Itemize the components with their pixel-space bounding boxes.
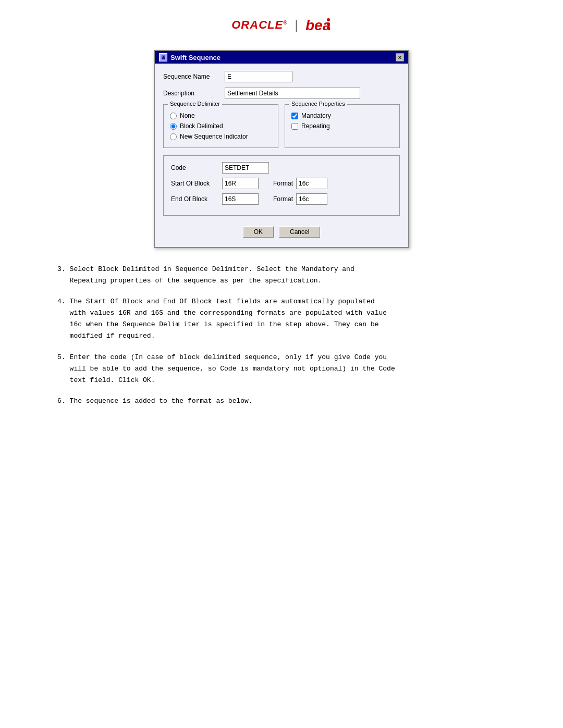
radio-none-row: None [170, 112, 272, 119]
dialog-title: Swift Sequence [170, 54, 221, 61]
checkbox-repeating[interactable] [291, 123, 298, 130]
radio-none-label: None [180, 112, 195, 119]
code-label: Code [171, 164, 218, 171]
sequence-properties-legend: Sequence Properties [289, 101, 347, 107]
end-of-block-row: End Of Block Format [171, 193, 392, 205]
checkbox-repeating-row: Repeating [291, 122, 393, 130]
radio-newseq-row: New Sequence Indicator [170, 133, 272, 140]
dialog-body: Sequence Name Description Sequence Delim… [155, 64, 408, 247]
instruction-item-4: 4. The Start Of Block and End Of Block t… [57, 296, 506, 342]
end-of-block-label: End Of Block [171, 195, 218, 203]
svg-point-2 [327, 22, 330, 26]
sequence-name-input[interactable] [225, 71, 292, 82]
checkbox-mandatory-row: Mandatory [291, 112, 393, 119]
start-of-block-row: Start Of Block Format [171, 178, 392, 189]
start-format-label: Format [273, 180, 293, 187]
swift-sequence-dialog: 🖥 Swift Sequence × Sequence Name Descrip… [154, 50, 409, 248]
ok-button[interactable]: OK [243, 226, 274, 238]
instruction-number-5: 5. [57, 352, 66, 386]
start-format-group: Format [273, 178, 327, 189]
radio-block-delimited[interactable] [170, 123, 177, 130]
instruction-number-3: 3. [57, 264, 66, 287]
end-format-group: Format [273, 193, 327, 205]
radio-block-delimited-label: Block Delimited [180, 122, 223, 130]
code-input[interactable] [222, 162, 269, 174]
bea-logo: bea [305, 16, 332, 34]
dialog-close-button[interactable]: × [396, 53, 404, 61]
end-format-input[interactable] [296, 193, 327, 205]
code-row: Code [171, 162, 392, 174]
radio-block-row: Block Delimited [170, 122, 272, 130]
checkbox-mandatory[interactable] [291, 113, 298, 119]
code-section: Code Start Of Block Format End Of Block … [163, 155, 400, 216]
description-input[interactable] [225, 88, 360, 99]
checkbox-mandatory-label: Mandatory [301, 112, 331, 119]
dialog-titlebar: 🖥 Swift Sequence × [155, 51, 408, 64]
instruction-number-6: 6. [57, 396, 66, 407]
sequence-name-label: Sequence Name [163, 73, 221, 80]
sequence-delimiter-legend: Sequence Delimiter [168, 101, 222, 107]
start-of-block-label: Start Of Block [171, 180, 218, 187]
svg-point-1 [327, 18, 330, 21]
radio-new-sequence-label: New Sequence Indicator [180, 133, 248, 140]
sequence-name-row: Sequence Name [163, 71, 400, 82]
svg-point-3 [327, 27, 330, 30]
end-format-label: Format [273, 195, 293, 203]
instruction-item-3: 3. Select Block Delimited in Sequence De… [57, 264, 506, 287]
radio-none[interactable] [170, 113, 177, 119]
start-format-input[interactable] [296, 178, 327, 189]
instruction-text-5: Enter the code (In case of block delimit… [70, 352, 395, 386]
end-of-block-input[interactable] [222, 193, 259, 205]
instruction-item-6: 6. The sequence is added to the format a… [57, 396, 506, 407]
svg-text:bea: bea [305, 17, 331, 33]
description-label: Description [163, 90, 221, 97]
checkbox-repeating-label: Repeating [301, 122, 330, 130]
separator: | [295, 18, 298, 32]
dialog-title-left: 🖥 Swift Sequence [159, 53, 221, 61]
instruction-text-4: The Start Of Block and End Of Block text… [70, 296, 387, 342]
dialog-buttons: OK Cancel [163, 223, 400, 240]
instruction-number-4: 4. [57, 296, 66, 342]
sequence-delimiter-group: Sequence Delimiter None Block Delimited … [163, 104, 278, 148]
instructions-section: 3. Select Block Delimited in Sequence De… [57, 264, 506, 407]
sequence-properties-group: Sequence Properties Mandatory Repeating [285, 104, 400, 148]
groups-row: Sequence Delimiter None Block Delimited … [163, 104, 400, 148]
instruction-text-3: Select Block Delimited in Sequence Delim… [70, 264, 354, 287]
logo-area: ORACLE® | bea [31, 16, 532, 34]
instruction-text-6: The sequence is added to the format as b… [70, 396, 253, 407]
cancel-button[interactable]: Cancel [279, 226, 320, 238]
oracle-logo: ORACLE® [231, 18, 287, 32]
radio-new-sequence[interactable] [170, 133, 177, 140]
start-of-block-input[interactable] [222, 178, 259, 189]
description-row: Description [163, 88, 400, 99]
instruction-item-5: 5. Enter the code (In case of block deli… [57, 352, 506, 386]
dialog-icon: 🖥 [159, 53, 167, 61]
